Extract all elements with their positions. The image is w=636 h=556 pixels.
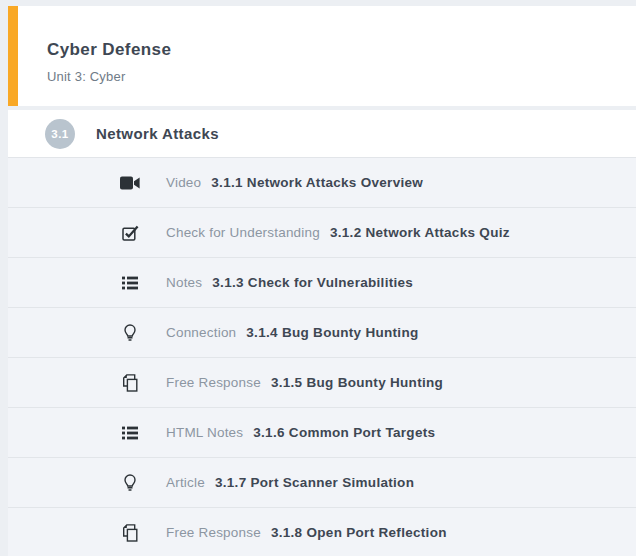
module-section: 3.1 Network Attacks Video 3.1.1 Network … <box>8 110 636 556</box>
section-title: Network Attacks <box>96 125 219 142</box>
copy-icon <box>118 523 142 543</box>
item-type-label: Free Response <box>166 375 261 390</box>
lesson-row[interactable]: Free Response 3.1.8 Open Port Reflection <box>8 507 636 556</box>
item-type-label: Check for Understanding <box>166 225 320 240</box>
item-type-label: Notes <box>166 275 202 290</box>
lesson-row[interactable]: Connection 3.1.4 Bug Bounty Hunting <box>8 307 636 357</box>
video-icon <box>118 173 142 193</box>
check-square-icon <box>118 223 142 243</box>
lesson-row[interactable]: HTML Notes 3.1.6 Common Port Targets <box>8 407 636 457</box>
item-title[interactable]: 3.1.5 Bug Bounty Hunting <box>271 375 443 390</box>
section-number-badge: 3.1 <box>45 119 75 149</box>
item-type-label: HTML Notes <box>166 425 243 440</box>
item-title[interactable]: 3.1.1 Network Attacks Overview <box>211 175 423 190</box>
item-title[interactable]: 3.1.7 Port Scanner Simulation <box>215 475 414 490</box>
list-icon <box>118 423 142 443</box>
lesson-row[interactable]: Check for Understanding 3.1.2 Network At… <box>8 207 636 257</box>
section-header[interactable]: 3.1 Network Attacks <box>8 110 636 157</box>
item-title[interactable]: 3.1.4 Bug Bounty Hunting <box>246 325 418 340</box>
lightbulb-icon <box>118 473 142 493</box>
lesson-list: Video 3.1.1 Network Attacks Overview Che… <box>8 157 636 556</box>
lightbulb-icon <box>118 323 142 343</box>
lesson-row[interactable]: Notes 3.1.3 Check for Vulnerabilities <box>8 257 636 307</box>
unit-subtitle: Unit 3: Cyber <box>47 69 636 84</box>
item-type-label: Connection <box>166 325 236 340</box>
unit-header-card: Cyber Defense Unit 3: Cyber <box>8 6 636 106</box>
item-title[interactable]: 3.1.8 Open Port Reflection <box>271 525 447 540</box>
item-title[interactable]: 3.1.6 Common Port Targets <box>253 425 435 440</box>
list-icon <box>118 273 142 293</box>
lesson-row[interactable]: Article 3.1.7 Port Scanner Simulation <box>8 457 636 507</box>
item-type-label: Article <box>166 475 205 490</box>
item-type-label: Video <box>166 175 201 190</box>
item-title[interactable]: 3.1.2 Network Attacks Quiz <box>330 225 510 240</box>
lesson-row[interactable]: Video 3.1.1 Network Attacks Overview <box>8 157 636 207</box>
lesson-row[interactable]: Free Response 3.1.5 Bug Bounty Hunting <box>8 357 636 407</box>
unit-title: Cyber Defense <box>47 40 636 60</box>
item-title[interactable]: 3.1.3 Check for Vulnerabilities <box>212 275 413 290</box>
item-type-label: Free Response <box>166 525 261 540</box>
copy-icon <box>118 373 142 393</box>
